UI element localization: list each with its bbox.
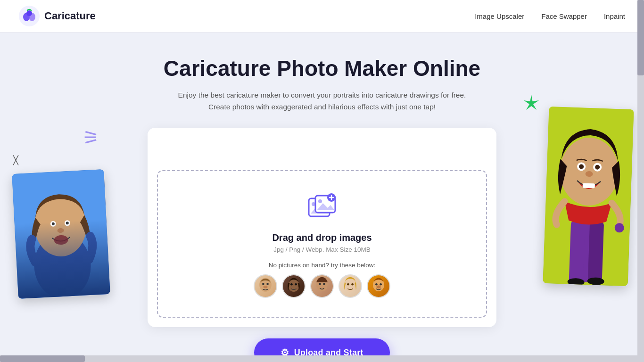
svg-point-37 — [290, 284, 293, 286]
deco-star-green — [522, 94, 540, 115]
sample-face-1[interactable] — [254, 274, 277, 298]
drag-drop-label: Drag and drop images — [272, 232, 372, 243]
dropzone[interactable]: Drag and drop images Jpg / Png / Webp. M… — [157, 170, 487, 318]
svg-rect-16 — [588, 221, 604, 283]
navbar: Caricature Image Upscaler Face Swapper I… — [0, 0, 644, 33]
logo-area: Caricature — [19, 6, 96, 26]
svg-point-5 — [33, 231, 92, 299]
svg-point-12 — [54, 235, 68, 245]
svg-point-40 — [319, 283, 321, 286]
svg-point-10 — [66, 222, 69, 224]
svg-point-3 — [26, 10, 32, 16]
svg-point-7 — [50, 221, 57, 227]
svg-point-46 — [375, 284, 378, 286]
upload-images-icon — [306, 192, 338, 224]
nav-image-upscaler[interactable]: Image Upscaler — [475, 12, 524, 20]
sample-face-2[interactable] — [282, 274, 305, 298]
svg-point-44 — [351, 284, 354, 286]
page-title: Caricature Photo Maker Online — [164, 56, 480, 81]
svg-point-47 — [380, 284, 382, 286]
scrollbar-bottom-thumb[interactable] — [0, 355, 85, 362]
deco-right-card — [543, 107, 634, 286]
deco-asterisk-left: ╳ — [13, 155, 18, 165]
page-subtitle: Enjoy the best caricature maker to conve… — [178, 90, 466, 113]
svg-point-33 — [262, 283, 264, 286]
deco-squiggle: ⚞ — [83, 127, 99, 148]
subtitle-line2: Create photos with exaggerated and hilar… — [208, 103, 436, 111]
svg-point-35 — [263, 286, 267, 289]
svg-rect-4 — [12, 169, 110, 299]
svg-point-11 — [57, 228, 64, 233]
sample-face-5[interactable] — [367, 274, 390, 298]
subtitle-line1: Enjoy the best caricature maker to conve… — [178, 91, 466, 99]
scrollbar-right[interactable] — [637, 0, 644, 362]
svg-point-34 — [266, 283, 269, 286]
svg-rect-26 — [583, 183, 595, 189]
sample-label: No pictures on hand? try these below: — [269, 262, 376, 269]
dropzone-wrapper: Drag and drop images Jpg / Png / Webp. M… — [148, 128, 496, 327]
sample-images-row — [254, 274, 390, 298]
scrollbar-thumb[interactable] — [637, 0, 644, 75]
main-content: ⚞ ╳ — [0, 33, 644, 362]
dropzone-top-area — [148, 128, 496, 170]
sample-face-3[interactable] — [310, 274, 334, 298]
nav-inpaint[interactable]: Inpaint — [604, 12, 625, 20]
svg-point-8 — [52, 222, 55, 225]
svg-point-41 — [323, 283, 325, 286]
logo-icon — [19, 6, 40, 26]
nav-links: Image Upscaler Face Swapper Inpaint — [475, 12, 625, 20]
brand-name: Caricature — [44, 10, 96, 22]
svg-point-38 — [295, 284, 297, 286]
svg-point-48 — [376, 286, 380, 288]
nav-face-swapper[interactable]: Face Swapper — [541, 12, 587, 20]
format-label: Jpg / Png / Webp. Max Size 10MB — [273, 246, 370, 253]
scrollbar-bottom[interactable] — [0, 355, 637, 362]
deco-left-card — [12, 169, 110, 299]
sample-face-4[interactable] — [339, 274, 362, 298]
svg-point-9 — [64, 220, 70, 226]
svg-point-43 — [347, 284, 349, 286]
svg-rect-15 — [569, 221, 585, 285]
svg-point-30 — [318, 199, 322, 203]
